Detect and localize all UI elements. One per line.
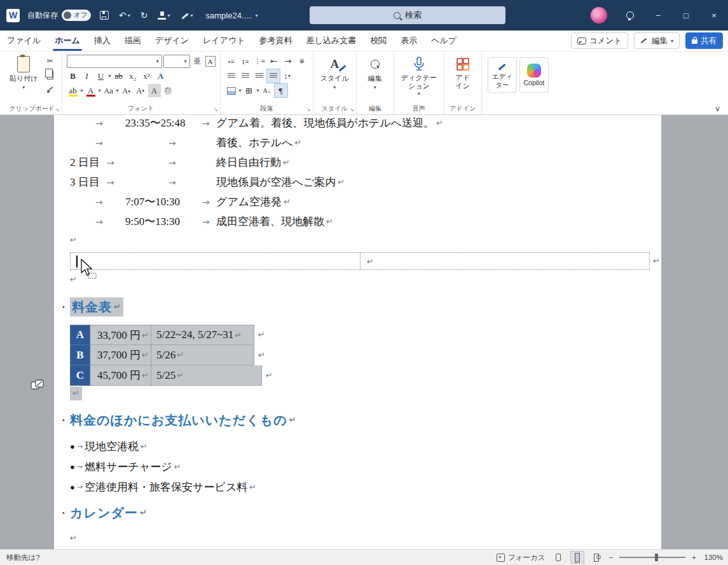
chevron-down-icon[interactable]: ▾ <box>81 88 83 93</box>
editing-mode-button[interactable]: 編集 ▾ <box>634 32 680 49</box>
zoom-slider[interactable] <box>619 557 685 558</box>
pen-button[interactable]: ▾ <box>179 10 195 21</box>
asian-layout-button[interactable]: ※ <box>296 55 308 68</box>
zoom-slider-thumb[interactable] <box>655 554 658 561</box>
tab-references[interactable]: 参考資料 <box>252 31 299 51</box>
autosave-switch[interactable]: オフ <box>62 10 91 21</box>
enclose-characters-button[interactable]: ㊞ <box>162 84 175 97</box>
underline-button[interactable]: U <box>95 69 107 83</box>
price-table[interactable]: A 33,700 円 ↵ 5/22~24, 5/27~31 ↵ ↵ B 37,7… <box>70 325 262 386</box>
list-item[interactable]: ● → 現地空港税 ↵ <box>70 439 148 455</box>
change-case-button[interactable]: Aa <box>102 84 115 97</box>
collapse-ribbon-icon[interactable]: ∨ <box>715 104 720 113</box>
read-mode-button[interactable] <box>552 552 565 563</box>
table-row[interactable]: A 33,700 円 ↵ 5/22~24, 5/27~31 ↵ ↵ <box>70 325 262 345</box>
schedule-line[interactable]: 3 日目 → → 現地係員が空港へご案内 ↵ <box>54 174 661 191</box>
schedule-line[interactable]: → 23:35〜25:48 → グアム着。着後、現地係員がホテルへ送迎。 ↵ <box>54 115 661 132</box>
document-page[interactable]: → 23:35〜25:48 → グアム着。着後、現地係員がホテルへ送迎。 ↵ →… <box>54 115 661 549</box>
align-left-button[interactable] <box>225 69 238 83</box>
tab-view[interactable]: 表示 <box>394 31 424 51</box>
table-row[interactable]: B 37,700 円 ↵ 5/26 ↵ ↵ <box>70 345 262 365</box>
schedule-line[interactable]: → 7:07〜10:30 → グアム空港発 ↵ <box>54 194 661 210</box>
heading-extra[interactable]: ▪ 料金のほかにお支払いいただくもの ↵ <box>62 411 297 429</box>
copilot-button[interactable]: Copilot <box>519 57 549 93</box>
empty-table-cell[interactable] <box>71 253 361 269</box>
print-layout-button[interactable] <box>571 552 584 563</box>
bold-button[interactable]: B <box>67 69 79 83</box>
close-button[interactable]: × <box>700 0 728 31</box>
paste-button[interactable]: 貼り付け ▾ <box>7 55 41 95</box>
tab-home[interactable]: ホーム <box>48 31 87 51</box>
autosave-toggle[interactable]: 自動保存 オフ <box>27 10 91 21</box>
schedule-line[interactable]: 2 日目 → → 終日自由行動 ↵ <box>54 154 661 171</box>
dates-cell[interactable]: 5/26 ↵ <box>151 345 254 365</box>
font-name-combo[interactable]: ▾ <box>67 55 162 68</box>
font-color-button[interactable]: A <box>85 84 97 97</box>
chevron-down-icon[interactable]: ▾ <box>257 88 259 93</box>
strikethrough-button[interactable]: ab <box>113 69 125 83</box>
chevron-down-icon[interactable]: ▾ <box>99 88 101 93</box>
document-title[interactable]: sample24.… ▾ <box>206 11 258 20</box>
show-formatting-marks-button[interactable]: ¶ <box>275 84 287 97</box>
search-input[interactable]: 検索 <box>310 6 505 24</box>
format-painter-button[interactable] <box>43 83 57 95</box>
sort-button[interactable]: A↓ <box>261 84 273 97</box>
tab-design[interactable]: デザイン <box>148 31 196 51</box>
phonetic-guide-button[interactable]: 亜 <box>191 55 204 68</box>
cut-button[interactable]: ✂ <box>43 55 57 67</box>
list-item[interactable]: ● → 空港使用料・旅客保安サービス料 ↵ <box>70 479 256 496</box>
styles-button[interactable]: A スタイル ▾ <box>318 55 352 92</box>
shrink-font-button[interactable]: A▾ <box>134 84 147 97</box>
price-cell[interactable]: 45,700 円 ↵ <box>90 365 151 386</box>
tab-insert[interactable]: 挿入 <box>87 31 118 51</box>
schedule-line[interactable]: → → 着後、ホテルへ ↵ <box>54 135 661 151</box>
list-item[interactable]: ● → 燃料サーチャージ ↵ <box>70 459 181 475</box>
empty-table-cell[interactable]: ↵ <box>361 253 649 269</box>
font-size-combo[interactable]: ▾ <box>163 55 190 68</box>
increase-indent-button[interactable]: ⇥ <box>282 55 294 68</box>
stamp-button[interactable]: ▾ <box>156 10 171 21</box>
tab-mailings[interactable]: 差し込み文書 <box>299 31 364 51</box>
character-shading-button[interactable]: A <box>148 84 161 97</box>
dictation-button[interactable]: ディクテー ション ▾ <box>399 55 439 98</box>
multilevel-list-button[interactable]: ⋮≡ <box>253 55 266 68</box>
heading-calendar[interactable]: ▪ カレンダー ↵ <box>62 504 148 522</box>
ideas-button[interactable] <box>616 0 644 31</box>
character-border-button[interactable]: A <box>205 56 216 67</box>
grade-cell[interactable]: A <box>70 325 90 345</box>
line-spacing-button[interactable]: ↕ ▾ <box>281 69 294 83</box>
bullets-button[interactable]: •≡ <box>225 55 238 68</box>
superscript-button[interactable]: x² <box>141 69 153 83</box>
dialog-launcher-icon[interactable]: ↘ <box>350 107 354 112</box>
grade-cell[interactable]: C <box>70 365 90 386</box>
dates-cell[interactable]: 5/25 ↵ <box>151 365 262 386</box>
price-cell[interactable]: 33,700 円 ↵ <box>90 325 151 345</box>
price-cell[interactable]: 37,700 円 ↵ <box>90 345 151 365</box>
decrease-indent-button[interactable]: ⇤ <box>268 55 280 68</box>
minimize-button[interactable]: − <box>644 0 672 31</box>
comments-button[interactable]: コメント <box>571 32 628 49</box>
schedule-line[interactable]: → 9:50〜13:30 → 成田空港着、現地解散 ↵ <box>54 214 661 230</box>
dialog-launcher-icon[interactable]: ↘ <box>214 107 218 112</box>
text-effects-button[interactable]: A <box>155 69 167 83</box>
save-button[interactable] <box>99 10 110 21</box>
focus-mode-button[interactable]: フォーカス <box>497 553 546 562</box>
dialog-launcher-icon[interactable]: ↘ <box>55 107 60 112</box>
margin-object-icon[interactable] <box>31 379 45 391</box>
zoom-level[interactable]: 130% <box>703 554 723 561</box>
chevron-down-icon[interactable]: ▾ <box>116 88 119 93</box>
align-right-button[interactable] <box>253 69 266 83</box>
zoom-out-button[interactable]: − <box>609 554 614 561</box>
shading-button[interactable] <box>225 84 238 97</box>
grade-cell[interactable]: B <box>70 345 90 365</box>
heading-price[interactable]: ▪ 料金表 ↵ <box>62 298 123 316</box>
editing-button[interactable]: 編集 ▾ <box>361 55 389 92</box>
editor-button[interactable]: エディ ター <box>488 57 517 93</box>
copy-button[interactable] <box>43 69 57 81</box>
tab-file[interactable]: ファイル <box>0 31 48 51</box>
numbering-button[interactable]: 1≡ <box>239 55 252 68</box>
borders-button[interactable]: ⊞ <box>243 84 256 97</box>
dialog-launcher-icon[interactable]: ↘ <box>306 107 311 112</box>
grow-font-button[interactable]: A▴ <box>120 84 133 97</box>
web-layout-button[interactable] <box>590 552 603 563</box>
